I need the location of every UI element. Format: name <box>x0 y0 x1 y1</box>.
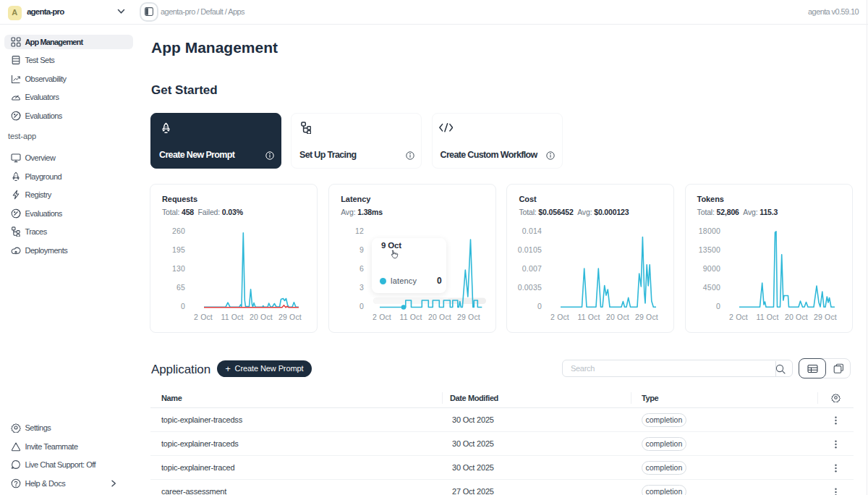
svg-text:20 Oct: 20 Oct <box>428 313 451 321</box>
svg-text:2 Oct: 2 Oct <box>729 313 748 321</box>
svg-text:0.0105: 0.0105 <box>518 245 542 254</box>
svg-text:0.007: 0.007 <box>522 264 542 273</box>
svg-text:2 Oct: 2 Oct <box>194 313 213 321</box>
svg-text:0.0035: 0.0035 <box>518 283 542 292</box>
svg-text:29 Oct: 29 Oct <box>814 313 837 321</box>
svg-text:260: 260 <box>172 227 185 235</box>
svg-text:130: 130 <box>172 264 185 273</box>
svg-text:29 Oct: 29 Oct <box>457 313 480 321</box>
svg-text:0: 0 <box>181 302 185 310</box>
svg-text:18000: 18000 <box>698 227 720 235</box>
svg-text:20 Oct: 20 Oct <box>250 313 273 321</box>
svg-text:0: 0 <box>537 302 542 310</box>
svg-text:2 Oct: 2 Oct <box>373 313 391 321</box>
svg-text:6: 6 <box>359 264 364 273</box>
svg-text:11 Oct: 11 Oct <box>400 313 422 321</box>
svg-text:0: 0 <box>716 302 720 310</box>
svg-text:9000: 9000 <box>702 264 720 273</box>
svg-text:195: 195 <box>172 245 185 254</box>
svg-text:11 Oct: 11 Oct <box>578 313 600 321</box>
svg-text:65: 65 <box>176 283 185 292</box>
svg-text:9: 9 <box>359 245 364 254</box>
svg-text:4500: 4500 <box>702 283 720 292</box>
svg-text:20 Oct: 20 Oct <box>606 313 629 321</box>
svg-text:29 Oct: 29 Oct <box>635 313 658 321</box>
svg-text:11 Oct: 11 Oct <box>221 313 243 321</box>
svg-text:29 Oct: 29 Oct <box>278 313 302 321</box>
svg-text:13500: 13500 <box>698 245 720 254</box>
svg-text:2 Oct: 2 Oct <box>550 313 569 321</box>
svg-text:0.014: 0.014 <box>522 227 542 235</box>
svg-text:12: 12 <box>355 227 364 235</box>
svg-text:3: 3 <box>359 283 364 292</box>
svg-text:11 Oct: 11 Oct <box>756 313 778 321</box>
svg-text:20 Oct: 20 Oct <box>785 313 808 321</box>
svg-text:0: 0 <box>359 302 364 310</box>
